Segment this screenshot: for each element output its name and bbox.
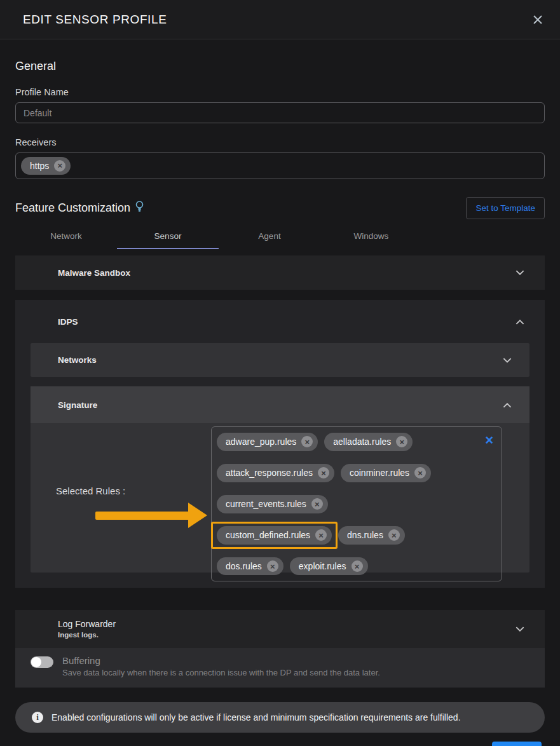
rule-chip-label: attack_response.rules — [226, 467, 313, 479]
info-icon: i — [32, 712, 43, 723]
modal-header: EDIT SENSOR PROFILE — [0, 0, 560, 39]
chevron-down-icon — [516, 267, 524, 278]
receivers-input[interactable]: https× — [15, 153, 545, 179]
rule-chip: coinminer.rules× — [341, 464, 431, 482]
remove-chip-icon[interactable]: × — [388, 529, 400, 541]
feature-tabs: NetworkSensorAgentWindows — [15, 226, 545, 249]
networks-header[interactable]: Networks — [31, 343, 529, 377]
remove-chip-icon[interactable]: × — [414, 467, 426, 478]
tab-network[interactable]: Network — [15, 226, 117, 249]
idps-label: IDPS — [58, 317, 78, 327]
rule-chip: current_events.rules× — [217, 495, 328, 513]
rule-chip-label: dns.rules — [347, 529, 383, 541]
networks-label: Networks — [58, 355, 97, 365]
signature-body: Selected Rules : × adware_pup.rules×aell… — [31, 423, 529, 573]
rule-chip: dos.rules× — [217, 557, 283, 576]
log-forwarder-panel: Log Forwarder Ingest logs. Buffering Sav… — [15, 610, 545, 688]
buffering-toggle[interactable] — [31, 656, 53, 668]
selected-rules-label: Selected Rules : — [56, 485, 125, 496]
clear-selection-icon[interactable]: × — [485, 433, 493, 447]
chevron-up-icon — [503, 399, 512, 410]
log-forwarder-titles: Log Forwarder Ingest logs. — [58, 619, 116, 639]
log-forwarder-header[interactable]: Log Forwarder Ingest logs. — [15, 610, 545, 648]
rule-chip: custom_defined.rules× — [217, 526, 332, 545]
rule-chip: exploit.rules× — [290, 557, 368, 576]
malware-sandbox-panel: Malware Sandbox — [15, 255, 545, 290]
submit-button[interactable]: Submit — [492, 742, 542, 746]
buffering-texts: Buffering Save data locally when there i… — [62, 655, 380, 677]
networks-panel: Networks — [31, 343, 529, 377]
signature-header[interactable]: Signature — [31, 386, 529, 423]
info-banner: i Enabled configurations will only be ac… — [15, 702, 545, 733]
annotation-arrow-head-icon — [188, 503, 207, 528]
buffering-label: Buffering — [62, 655, 380, 666]
tab-agent[interactable]: Agent — [219, 226, 320, 249]
rule-chip-label: aelladata.rules — [333, 436, 391, 448]
chevron-down-icon — [516, 623, 524, 635]
rule-chip: adware_pup.rules× — [217, 433, 318, 451]
tab-windows[interactable]: Windows — [320, 226, 422, 249]
lightbulb-icon — [135, 201, 144, 216]
receiver-chip-label: https — [30, 160, 49, 172]
remove-chip-icon[interactable]: × — [311, 498, 323, 510]
remove-chip-icon[interactable]: × — [54, 160, 65, 172]
malware-sandbox-label: Malware Sandbox — [58, 268, 130, 278]
rule-chip-label: coinminer.rules — [350, 467, 409, 479]
general-section-title: General — [15, 60, 545, 73]
feature-customization-title-text: Feature Customization — [15, 201, 130, 215]
rule-chip-label: adware_pup.rules — [226, 436, 296, 448]
feature-customization-title: Feature Customization — [15, 201, 144, 216]
idps-header[interactable]: IDPS — [15, 300, 545, 343]
rule-chip: aelladata.rules× — [324, 433, 413, 451]
modal-title: EDIT SENSOR PROFILE — [23, 13, 167, 27]
remove-chip-icon[interactable]: × — [267, 560, 278, 572]
highlight-box: custom_defined.rules× — [211, 522, 338, 549]
selected-rules-multiselect[interactable]: × adware_pup.rules×aelladata.rules×attac… — [211, 426, 502, 581]
tab-sensor[interactable]: Sensor — [117, 226, 219, 249]
modal-body: General Profile Name Receivers https× Fe… — [0, 60, 560, 746]
remove-chip-icon[interactable]: × — [301, 436, 313, 447]
log-forwarder-subtitle: Ingest logs. — [58, 630, 116, 639]
set-to-template-button[interactable]: Set to Template — [466, 197, 545, 219]
toggle-knob — [31, 657, 41, 667]
chevron-down-icon — [503, 355, 512, 366]
signature-panel: Signature Selected Rules : × adware_pup.… — [31, 386, 529, 573]
remove-chip-icon[interactable]: × — [318, 467, 329, 478]
chevron-up-icon — [516, 316, 524, 327]
log-forwarder-label: Log Forwarder — [58, 619, 116, 630]
rule-chip: attack_response.rules× — [217, 464, 334, 482]
close-icon[interactable] — [532, 14, 543, 25]
profile-name-label: Profile Name — [15, 87, 545, 97]
buffering-description: Save data locally when there is a connec… — [62, 668, 380, 677]
receivers-label: Receivers — [15, 137, 545, 147]
rule-chip-label: exploit.rules — [299, 560, 346, 573]
remove-chip-icon[interactable]: × — [352, 560, 363, 572]
rules-chip-list: adware_pup.rules×aelladata.rules×attack_… — [217, 433, 496, 575]
info-banner-text: Enabled configurations will only be acti… — [51, 712, 461, 722]
rule-chip-label: custom_defined.rules — [226, 529, 310, 541]
feature-customization-row: Feature Customization Set to Template — [15, 197, 545, 219]
remove-chip-icon[interactable]: × — [315, 529, 327, 541]
annotation-arrow-shaft — [95, 512, 189, 520]
rule-chip-label: current_events.rules — [226, 498, 306, 510]
submit-row: Submit — [15, 742, 542, 746]
profile-name-input[interactable] — [15, 102, 545, 123]
malware-sandbox-header[interactable]: Malware Sandbox — [15, 255, 545, 290]
signature-label: Signature — [58, 400, 97, 410]
rule-chip: dns.rules× — [338, 526, 405, 545]
idps-panel: IDPS Networks Signature Selected Rule — [15, 300, 545, 588]
rule-chip-label: dos.rules — [226, 560, 262, 573]
receiver-chip: https× — [21, 157, 71, 175]
buffering-row: Buffering Save data locally when there i… — [15, 648, 545, 688]
remove-chip-icon[interactable]: × — [396, 436, 407, 447]
